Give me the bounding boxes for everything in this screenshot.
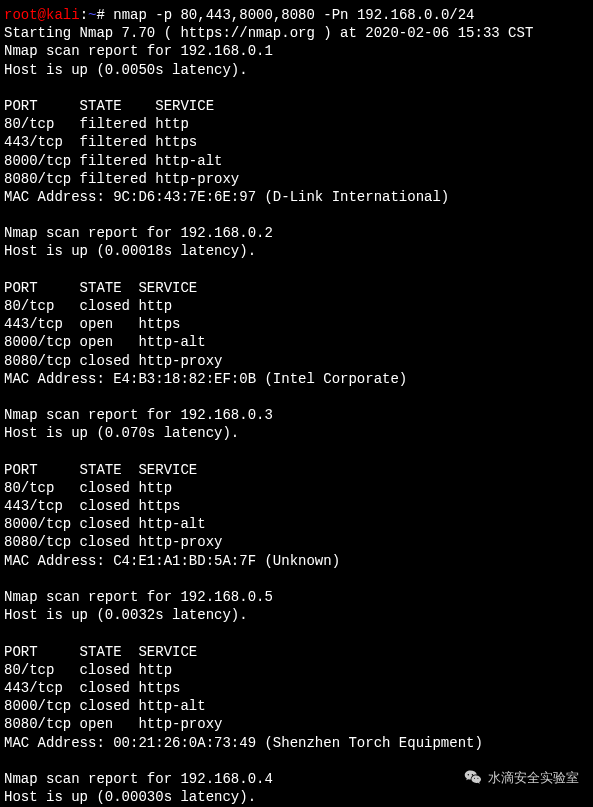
command-text: nmap -p 80,443,8000,8080 -Pn 192.168.0.0…: [113, 7, 474, 23]
prompt-user-host: root@kali: [4, 7, 80, 23]
port-line: 8000/tcp closed http-alt: [4, 516, 206, 532]
mac-address: MAC Address: E4:B3:18:82:EF:0B (Intel Co…: [4, 371, 407, 387]
nmap-starting: Starting Nmap 7.70 ( https://nmap.org ) …: [4, 25, 533, 41]
port-line: 8000/tcp closed http-alt: [4, 698, 206, 714]
host-report: Nmap scan report for 192.168.0.3: [4, 407, 273, 423]
port-line: 8080/tcp filtered http-proxy: [4, 171, 239, 187]
prompt-separator: :: [80, 7, 88, 23]
terminal-output: root@kali:~# nmap -p 80,443,8000,8080 -P…: [4, 6, 589, 806]
port-line: 8080/tcp closed http-proxy: [4, 353, 222, 369]
host-up: Host is up (0.00018s latency).: [4, 243, 256, 259]
port-line: 443/tcp filtered https: [4, 134, 197, 150]
mac-address: MAC Address: 9C:D6:43:7E:6E:97 (D-Link I…: [4, 189, 449, 205]
wechat-icon: [464, 769, 482, 787]
port-line: 80/tcp closed http: [4, 298, 172, 314]
host-up: Host is up (0.070s latency).: [4, 425, 239, 441]
port-line: 8080/tcp open http-proxy: [4, 716, 222, 732]
port-line: 80/tcp closed http: [4, 662, 172, 678]
mac-address: MAC Address: C4:E1:A1:BD:5A:7F (Unknown): [4, 553, 340, 569]
port-header: PORT STATE SERVICE: [4, 98, 214, 114]
port-header: PORT STATE SERVICE: [4, 462, 197, 478]
host-report: Nmap scan report for 192.168.0.5: [4, 589, 273, 605]
port-header: PORT STATE SERVICE: [4, 280, 197, 296]
port-line: 443/tcp closed https: [4, 680, 180, 696]
port-header: PORT STATE SERVICE: [4, 644, 197, 660]
watermark-text: 水滴安全实验室: [488, 770, 579, 787]
prompt-hash: #: [96, 7, 113, 23]
port-line: 8000/tcp filtered http-alt: [4, 153, 222, 169]
port-line: 8080/tcp closed http-proxy: [4, 534, 222, 550]
port-line: 80/tcp filtered http: [4, 116, 189, 132]
host-report: Nmap scan report for 192.168.0.4: [4, 771, 273, 787]
host-up: Host is up (0.0050s latency).: [4, 62, 248, 78]
port-line: 8000/tcp open http-alt: [4, 334, 206, 350]
host-up: Host is up (0.00030s latency).: [4, 789, 256, 805]
port-line: 443/tcp closed https: [4, 498, 180, 514]
port-line: 80/tcp closed http: [4, 480, 172, 496]
watermark: 水滴安全实验室: [464, 769, 579, 787]
host-report: Nmap scan report for 192.168.0.2: [4, 225, 273, 241]
port-line: 443/tcp open https: [4, 316, 180, 332]
host-report: Nmap scan report for 192.168.0.1: [4, 43, 273, 59]
mac-address: MAC Address: 00:21:26:0A:73:49 (Shenzhen…: [4, 735, 483, 751]
host-up: Host is up (0.0032s latency).: [4, 607, 248, 623]
